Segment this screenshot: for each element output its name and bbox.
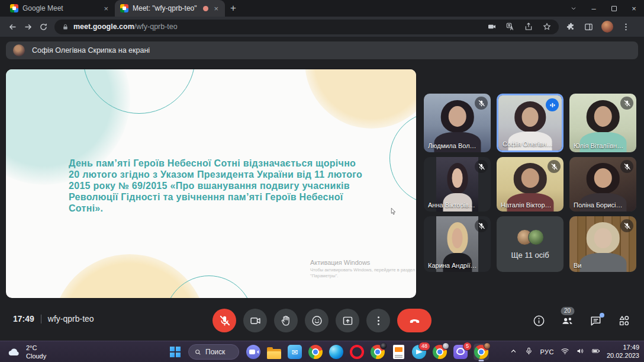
- share-icon[interactable]: [524, 22, 533, 31]
- meet-control-bar: 17:49 wfy-qprb-teo 20: [0, 303, 644, 341]
- weather-temp: 2°C: [26, 344, 46, 352]
- language-indicator[interactable]: РУС: [540, 348, 554, 355]
- more-options-button[interactable]: [366, 309, 390, 332]
- tray-mic-icon[interactable]: [524, 347, 533, 358]
- taskbar-app-chrome-4[interactable]: [474, 344, 489, 360]
- participants-button[interactable]: 20: [561, 314, 574, 328]
- clock-time: 17:49: [13, 314, 34, 323]
- participant-tile[interactable]: Карина Андрії…: [424, 216, 491, 272]
- mail-icon: [288, 345, 302, 359]
- meeting-details-button[interactable]: [532, 314, 546, 328]
- battery-icon[interactable]: [591, 347, 600, 358]
- slide-decor-circle: [305, 69, 416, 129]
- taskbar-search[interactable]: Поиск: [188, 344, 239, 360]
- taskbar-app-chrome-3[interactable]: [432, 344, 447, 360]
- present-button[interactable]: [336, 309, 359, 332]
- mic-muted-icon: [620, 160, 633, 173]
- bookmark-star-icon[interactable]: [542, 22, 552, 31]
- divider: [41, 315, 41, 323]
- mic-muted-icon: [475, 97, 488, 110]
- more-participants-tile[interactable]: Ще 11 осіб: [497, 216, 564, 272]
- teams-icon: [246, 345, 260, 359]
- browser-tab-strip: Google Meet × Meet: "wfy-qprb-teo" × + –…: [0, 0, 644, 17]
- back-button[interactable]: [5, 19, 20, 34]
- toolbar-right: [566, 21, 631, 33]
- camera-button[interactable]: [243, 309, 267, 332]
- forward-button[interactable]: [20, 19, 36, 34]
- end-call-button[interactable]: [397, 309, 432, 332]
- tab-search-chevron-icon[interactable]: [564, 0, 584, 17]
- taskbar-weather-widget[interactable]: 2°CCloudy: [7, 344, 46, 361]
- mic-button[interactable]: [212, 309, 236, 332]
- url-path: /wfy-qprb-teo: [134, 23, 178, 31]
- taskbar-app-opera[interactable]: [349, 344, 365, 360]
- more-participants-avatars: [517, 229, 544, 245]
- tray-expand-chevron-icon[interactable]: [509, 347, 518, 358]
- tab-google-meet[interactable]: Google Meet ×: [5, 0, 115, 17]
- speaking-indicator-icon: [546, 98, 559, 111]
- side-panel-icon[interactable]: [584, 22, 594, 32]
- participant-tile[interactable]: Анна Вікторів…: [424, 157, 491, 212]
- tab-close-icon[interactable]: ×: [102, 4, 110, 13]
- start-button[interactable]: [168, 344, 183, 360]
- address-bar[interactable]: meet.google.com /wfy-qprb-teo: [54, 20, 559, 34]
- profile-avatar[interactable]: [601, 21, 613, 33]
- reactions-button[interactable]: [305, 309, 329, 332]
- raise-hand-button[interactable]: [274, 309, 298, 332]
- windows-activation-watermark: Активация Windows Чтобы активировать Win…: [310, 259, 415, 279]
- profile-badge-icon: [380, 342, 387, 350]
- taskbar-app-teams-chat[interactable]: [246, 344, 261, 360]
- volume-icon[interactable]: [576, 347, 585, 358]
- maximize-button[interactable]: [604, 0, 624, 17]
- browser-menu-kebab-icon[interactable]: [621, 22, 631, 32]
- tab-title: Google Meet: [22, 4, 98, 12]
- mic-muted-icon: [620, 97, 633, 110]
- taskbar-app-file-explorer[interactable]: [266, 344, 282, 360]
- taskbar-app-impress[interactable]: [391, 344, 406, 360]
- tab-meet-call[interactable]: Meet: "wfy-qprb-teo" ×: [115, 0, 225, 17]
- participant-tile[interactable]: Ви: [569, 216, 636, 272]
- new-tab-button[interactable]: +: [225, 0, 242, 17]
- taskbar-app-viber[interactable]: 5: [453, 344, 468, 360]
- meet-favicon-icon: [120, 4, 128, 12]
- wifi-icon[interactable]: [561, 347, 569, 358]
- screen: Google Meet × Meet: "wfy-qprb-teo" × + –…: [0, 0, 644, 362]
- participant-name: Людмила Вол…: [428, 142, 476, 149]
- mic-muted-icon: [620, 219, 633, 232]
- taskbar-app-edge[interactable]: [329, 344, 344, 360]
- close-window-button[interactable]: ×: [624, 0, 644, 17]
- url-host: meet.google.com: [73, 23, 134, 31]
- extensions-puzzle-icon[interactable]: [566, 22, 576, 32]
- participant-tile[interactable]: Людмила Вол…: [424, 94, 491, 152]
- chat-button[interactable]: [589, 314, 603, 328]
- participant-tile[interactable]: Софія Олегівн…: [497, 94, 564, 152]
- meeting-code: wfy-qprb-teo: [48, 314, 94, 323]
- activities-button[interactable]: [617, 314, 631, 328]
- minimize-button[interactable]: –: [584, 0, 604, 17]
- tab-title: Meet: "wfy-qprb-teo": [133, 4, 199, 12]
- participant-tile[interactable]: Наталія Віктор…: [497, 157, 564, 212]
- chrome-icon: [308, 345, 323, 359]
- camera-permission-icon[interactable]: [487, 22, 497, 31]
- profile-badge-icon: [484, 342, 491, 350]
- lock-icon: [62, 23, 69, 31]
- tray-clock[interactable]: 17:4920.02.2023: [607, 344, 639, 360]
- slide-paragraph: День пам’яті Героїв Небесної Сотні відзн…: [69, 158, 369, 214]
- reload-button[interactable]: [36, 19, 51, 34]
- taskbar-app-telegram[interactable]: 48: [411, 344, 427, 360]
- more-participants-label: Ще 11 осіб: [511, 251, 549, 260]
- participant-tile[interactable]: Поліна Борисі…: [569, 157, 636, 212]
- windows-taskbar: 2°CCloudy Поиск 485 РУС17:4920.02.2023: [0, 341, 644, 362]
- mouse-cursor: [389, 207, 397, 216]
- tray-date: 20.02.2023: [607, 352, 639, 360]
- participant-tile[interactable]: Юлія Віталіївн…: [569, 94, 636, 152]
- translate-icon[interactable]: [505, 22, 515, 31]
- taskbar-app-chrome-1[interactable]: [308, 344, 323, 360]
- participant-name: Анна Вікторів…: [428, 201, 475, 209]
- presenting-banner: Софія Олегівна Скрипка на екрані: [6, 41, 638, 59]
- participant-name: Наталія Віктор…: [501, 201, 552, 209]
- tab-close-icon[interactable]: ×: [212, 4, 220, 13]
- taskbar-app-mail[interactable]: [287, 344, 302, 360]
- participant-count-badge: 20: [561, 307, 574, 315]
- taskbar-app-chrome-2[interactable]: [370, 344, 385, 360]
